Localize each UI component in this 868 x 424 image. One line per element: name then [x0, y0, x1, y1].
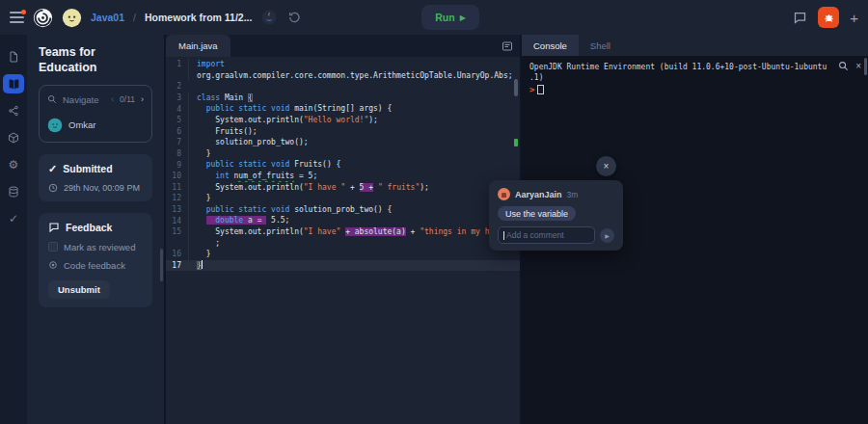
editor-scrollbar[interactable] [514, 79, 518, 96]
teams-education-panel: Teams for Education Navigate ‹ 0/11 › Om… [27, 35, 164, 424]
code-line[interactable]: 17} [166, 260, 520, 272]
submitted-title: Submitted [63, 163, 112, 174]
console-scrollbar[interactable] [864, 58, 867, 75]
editor-warning-mark [514, 139, 518, 146]
bug-report-button[interactable] [818, 7, 839, 28]
comment-close-button[interactable]: × [596, 156, 616, 176]
code-line[interactable]: 13 public static void solution_prob_two(… [166, 204, 520, 216]
code-line[interactable]: 6 Fruits(); [166, 126, 520, 138]
breadcrumb-separator: / [133, 12, 136, 23]
code-line[interactable]: 3class Main { [166, 93, 520, 104]
code-line[interactable]: 11 System.out.println("I have " + 5 + " … [166, 182, 520, 194]
console-clear-icon[interactable]: × [855, 62, 861, 71]
submitted-card: ✓ Submitted 29th Nov, 00:09 PM [39, 154, 152, 201]
submitted-timestamp: 29th Nov, 00:09 PM [64, 183, 140, 193]
editor-tab-bar: Main.java [166, 35, 520, 57]
education-book-icon[interactable] [3, 74, 24, 93]
breadcrumb-repl-title[interactable]: Homework from 11/2... [145, 12, 252, 23]
tab-main-java[interactable]: Main.java [166, 35, 231, 57]
code-feedback-row[interactable]: Code feedback [48, 260, 143, 271]
student-avatar [47, 118, 63, 133]
menu-hamburger-icon[interactable] [10, 12, 24, 23]
comment-popup: AaryanJain 3m Use the variable Add a com… [489, 180, 623, 251]
navigate-card: Navigate ‹ 0/11 › Omkar [39, 85, 152, 143]
submitted-check-icon: ✓ [48, 163, 57, 175]
code-line[interactable]: 1import [166, 59, 520, 70]
breadcrumb-team-link[interactable]: Java01 [91, 12, 124, 23]
package-icon[interactable] [3, 128, 24, 147]
code-line[interactable]: org.graalvm.compiler.core.common.type.Ar… [166, 70, 520, 82]
console-cursor[interactable] [537, 85, 544, 94]
database-icon[interactable] [3, 182, 24, 201]
tab-shell[interactable]: Shell [579, 35, 622, 56]
unsubmit-button[interactable]: Unsubmit [48, 280, 110, 299]
notification-dot [21, 10, 26, 14]
code-line[interactable]: 14 double a = 5.5; [166, 215, 520, 226]
console-line: OpenJDK Runtime Environment (build 11.0.… [529, 63, 860, 73]
chat-icon[interactable] [793, 11, 807, 25]
code-line[interactable]: ; [166, 238, 520, 250]
checkmark-icon[interactable]: ✓ [3, 209, 24, 228]
code-line[interactable]: 9 public static void Fruits() { [166, 159, 520, 171]
code-feedback-label: Code feedback [64, 260, 125, 271]
console-prompt: > [529, 85, 534, 94]
feedback-card: Feedback Mark as reviewed Code feedback … [39, 213, 152, 307]
new-tab-plus-icon[interactable]: + [850, 10, 858, 26]
code-line[interactable]: 12 } [166, 193, 520, 204]
comment-text: Use the variable [498, 206, 576, 221]
sidebar-scrollbar[interactable] [160, 249, 163, 281]
code-editor-panel: Main.java 1importorg.graalvm.compiler.co… [166, 35, 520, 424]
code-line[interactable]: 16 } [166, 249, 520, 260]
code-feedback-target-icon [48, 260, 58, 270]
code-line[interactable]: 15 System.out.println("I have" + absolut… [166, 226, 520, 238]
editor-caret [202, 260, 203, 269]
code-line[interactable]: 5 System.out.println("Hello world!"); [166, 115, 520, 126]
code-line[interactable]: 2 [166, 81, 520, 93]
next-result-chevron[interactable]: › [141, 94, 144, 104]
text-cursor [503, 231, 504, 240]
student-row[interactable]: Omkar [47, 118, 144, 133]
clock-icon [48, 183, 58, 193]
comment-input[interactable]: Add a comment [498, 226, 595, 244]
tab-console[interactable]: Console [522, 35, 579, 56]
code-lines[interactable]: 1importorg.graalvm.compiler.core.common.… [166, 59, 520, 424]
history-icon[interactable] [286, 10, 302, 25]
console-search-icon[interactable] [838, 61, 849, 71]
top-bar: Java01 / Homework from 11/2... Run ▶ + [0, 0, 868, 35]
mark-reviewed-row[interactable]: Mark as reviewed [48, 242, 143, 252]
replit-logo-icon[interactable] [33, 8, 53, 28]
search-icon [47, 94, 57, 104]
share-icon[interactable] [3, 101, 24, 120]
gear-icon[interactable]: ⚙ [3, 155, 24, 174]
feedback-bubble-icon [48, 222, 60, 233]
comment-timestamp: 3m [567, 190, 579, 199]
play-icon: ▶ [460, 13, 466, 22]
editor-options-icon[interactable] [502, 40, 513, 52]
mark-reviewed-label: Mark as reviewed [64, 242, 135, 252]
file-icon[interactable] [3, 47, 24, 66]
comment-send-button[interactable]: ▶ [600, 228, 614, 243]
commenter-name: AaryanJain [515, 190, 562, 199]
result-counter: 0/11 [120, 94, 135, 104]
commenter-avatar [498, 188, 510, 200]
user-avatar[interactable] [62, 8, 82, 28]
console-output-lines: OpenJDK Runtime Environment (build 11.0.… [529, 63, 860, 83]
code-line[interactable]: 7 solution_prob_two(); [166, 137, 520, 148]
code-line[interactable]: 8 } [166, 148, 520, 160]
feedback-title: Feedback [66, 222, 112, 233]
student-name: Omkar [68, 119, 96, 130]
code-line[interactable]: 4 public static void main(String[] args)… [166, 103, 520, 115]
left-icon-rail: ⚙ ✓ [0, 35, 27, 424]
comment-input-placeholder: Add a comment [506, 230, 564, 240]
console-line: .1) [529, 73, 860, 84]
panel-title: Teams for Education [39, 44, 152, 76]
prev-result-chevron[interactable]: ‹ [111, 94, 114, 104]
code-line[interactable]: 10 int num_of_fruits = 5; [166, 171, 520, 182]
run-button[interactable]: Run ▶ [421, 5, 479, 30]
console-tab-bar: Console Shell [522, 35, 868, 56]
mark-reviewed-checkbox[interactable] [48, 242, 58, 252]
navigate-input[interactable]: Navigate [63, 94, 105, 105]
java-file-badge-icon [260, 9, 278, 26]
